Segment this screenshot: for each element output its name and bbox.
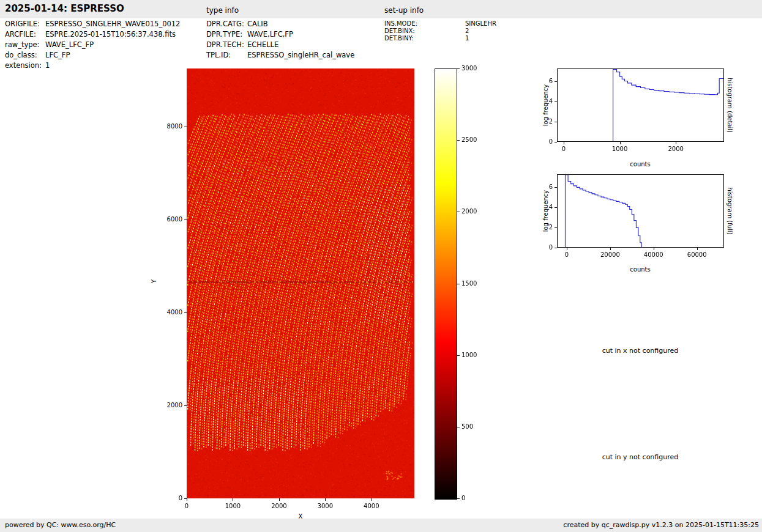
field-value: ECHELLE [247, 40, 278, 49]
setup-info-row: INS.MODE:SINGLEHR [384, 20, 496, 28]
field-value: CALIB [247, 20, 268, 28]
x-tick-mark [564, 142, 564, 144]
footer-bar: powered by QC: www.eso.org/HC created by… [0, 519, 762, 532]
colorbar-tick-label: 2500 [461, 136, 486, 144]
y-tick-label: 8000 [152, 123, 182, 130]
type-info-row: DPR.CATG:CALIB [206, 19, 354, 29]
x-tick-mark [567, 248, 567, 250]
type-info-row: DPR.TECH:ECHELLE [206, 40, 354, 50]
y-tick-label: 4 [540, 98, 553, 105]
field-value: WAVE_LFC_FP [45, 40, 94, 49]
field-value: SINGLEHR [465, 20, 496, 27]
field-value: ESPRESSO_SINGLEHR_WAVE015_0012 [45, 20, 180, 28]
x-tick-label: 2000 [264, 503, 294, 510]
colorbar-tick-label: 3000 [461, 65, 486, 72]
colorbar-tick-mark [457, 284, 460, 284]
y-tick-mark [555, 102, 557, 102]
field-value: WAVE,LFC,FP [247, 30, 293, 39]
field-value: 2 [465, 28, 469, 34]
y-tick-mark [555, 248, 557, 248]
colorbar-tick-mark [457, 427, 460, 427]
x-tick-mark [372, 498, 372, 501]
colorbar [435, 68, 457, 500]
y-tick-mark [555, 81, 557, 82]
file-info-row: ARCFILE:ESPRE.2025-01-15T10:56:37.438.fi… [5, 29, 180, 40]
field-label: DPR.CATG: [206, 19, 247, 29]
y-axis-label: Y [151, 269, 158, 294]
qc-report-page: { "header": { "title": "2025-01-14: ESPR… [0, 0, 762, 532]
y-tick-label: 6 [540, 183, 553, 191]
field-label: DPR.TYPE: [206, 29, 247, 40]
footer-left-text: powered by QC: www.eso.org/HC [5, 521, 116, 529]
field-label: ORIGFILE: [5, 19, 45, 29]
y-tick-label: 6 [540, 78, 553, 85]
page-title: 2025-01-14: ESPRESSO [5, 3, 124, 14]
x-tick-label: 1000 [217, 503, 248, 510]
colorbar-tick-mark [457, 140, 460, 141]
histogram-full-plot [557, 174, 724, 248]
histogram-detail-xlabel: counts [603, 161, 677, 168]
x-tick-label: 60000 [679, 251, 715, 259]
type-info-row: TPL.ID:ESPRESSO_singleHR_cal_wave [206, 50, 354, 61]
y-tick-label: 2000 [152, 402, 182, 409]
y-tick-label: 2 [540, 224, 553, 231]
cut-y-message: cut in y not configured [573, 453, 708, 461]
x-tick-mark [676, 142, 676, 144]
y-tick-label: 6000 [152, 216, 182, 223]
x-tick-label: 40000 [635, 251, 672, 259]
histogram-full-xlabel: counts [603, 266, 677, 273]
x-tick-mark [697, 248, 698, 250]
y-tick-mark [555, 207, 557, 208]
histogram-full-title: histogram (full) [726, 174, 733, 248]
field-label: DPR.TECH: [206, 40, 247, 50]
colorbar-tick-label: 1500 [461, 280, 486, 287]
y-tick-label: 0 [540, 244, 553, 251]
y-tick-label: 0 [540, 138, 553, 146]
x-tick-mark [233, 498, 233, 501]
field-value: ESPRE.2025-01-15T10:56:37.438.fits [45, 30, 176, 39]
footer-right-text: created by qc_rawdisp.py v1.2.3 on 2025-… [563, 521, 759, 529]
field-label: INS.MODE: [384, 20, 465, 28]
x-tick-mark [187, 498, 187, 501]
setup-info-row: DET.BINX:2 [384, 28, 496, 35]
y-tick-label: 2 [540, 118, 553, 125]
setup-info-heading: set-up info [384, 6, 424, 15]
x-tick-mark [325, 498, 326, 501]
y-tick-mark [555, 227, 557, 228]
type-info-row: DPR.TYPE:WAVE,LFC,FP [206, 29, 354, 40]
y-tick-label: 4 [540, 204, 553, 211]
colorbar-tick-label: 1000 [461, 352, 486, 359]
setup-info-row: DET.BINY:1 [384, 35, 496, 42]
y-tick-mark [184, 498, 187, 499]
y-tick-mark [184, 405, 187, 406]
x-tick-mark [620, 142, 621, 144]
field-value: ESPRESSO_singleHR_cal_wave [247, 51, 354, 59]
cut-x-message: cut in x not configured [573, 347, 708, 355]
file-info-row: ORIGFILE:ESPRESSO_SINGLEHR_WAVE015_0012 [5, 19, 180, 29]
file-info-row: extension:1 [5, 61, 180, 71]
field-value: 1 [465, 35, 469, 42]
histogram-detail-title: histogram (detail) [726, 68, 733, 142]
y-tick-label: 4000 [152, 309, 182, 316]
field-label: DET.BINY: [384, 35, 465, 42]
field-label: ARCFILE: [5, 29, 45, 40]
x-tick-mark [654, 248, 654, 250]
type-info-heading: type info [206, 6, 239, 15]
file-info-row: raw_type:WAVE_LFC_FP [5, 40, 180, 50]
colorbar-tick-label: 500 [461, 423, 486, 430]
x-tick-label: 20000 [592, 251, 629, 259]
y-tick-mark [184, 220, 187, 220]
colorbar-tick-label: 0 [461, 495, 486, 502]
x-tick-label: 0 [548, 251, 585, 259]
file-info-block: ORIGFILE:ESPRESSO_SINGLEHR_WAVE015_0012 … [5, 19, 180, 71]
field-label: TPL.ID: [206, 50, 247, 61]
x-tick-label: 0 [171, 503, 202, 510]
y-tick-mark [184, 127, 187, 127]
x-tick-mark [610, 248, 611, 250]
x-tick-label: 3000 [310, 503, 340, 510]
y-tick-label: 0 [152, 495, 182, 502]
field-label: raw_type: [5, 40, 45, 50]
y-tick-mark [555, 142, 557, 142]
y-tick-mark [555, 187, 557, 188]
x-tick-label: 4000 [356, 503, 387, 510]
